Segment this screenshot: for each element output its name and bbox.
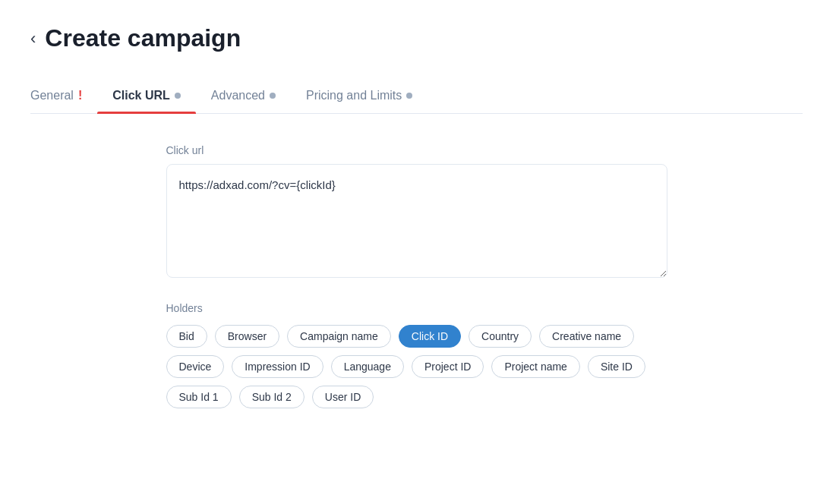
tab-click-url-label: Click URL xyxy=(112,89,170,102)
holder-campaign-name[interactable]: Campaign name xyxy=(287,325,391,348)
pricing-dot-icon xyxy=(406,93,412,99)
click-url-field-wrapper: Click url https://adxad.com/?cv={clickId… xyxy=(166,144,667,281)
holder-project-id[interactable]: Project ID xyxy=(412,355,484,378)
content-area: Click url https://adxad.com/?cv={clickId… xyxy=(166,144,667,408)
holder-country[interactable]: Country xyxy=(469,325,532,348)
holders-section: Holders Bid Browser Campaign name Click … xyxy=(166,302,667,408)
holder-sub-id-1[interactable]: Sub Id 1 xyxy=(166,386,232,408)
tab-pricing[interactable]: Pricing and Limits xyxy=(291,80,428,113)
tab-advanced[interactable]: Advanced xyxy=(196,80,291,113)
page-title: Create campaign xyxy=(45,24,241,52)
holder-language[interactable]: Language xyxy=(331,355,404,378)
click-url-textarea[interactable]: https://adxad.com/?cv={clickId} xyxy=(166,164,667,278)
holder-user-id[interactable]: User ID xyxy=(312,386,374,408)
holder-sub-id-2[interactable]: Sub Id 2 xyxy=(239,386,304,408)
holder-device[interactable]: Device xyxy=(166,355,225,378)
back-button[interactable]: ‹ xyxy=(30,29,36,49)
holders-row-2: Device Impression ID Language Project ID… xyxy=(166,355,667,378)
holders-row-3: Sub Id 1 Sub Id 2 User ID xyxy=(166,386,667,408)
page-header: ‹ Create campaign xyxy=(30,24,803,52)
holder-bid[interactable]: Bid xyxy=(166,325,207,348)
click-url-field-label: Click url xyxy=(166,144,667,156)
holder-site-id[interactable]: Site ID xyxy=(588,355,645,378)
holder-creative-name[interactable]: Creative name xyxy=(539,325,634,348)
tab-advanced-label: Advanced xyxy=(211,89,265,102)
tab-click-url[interactable]: Click URL xyxy=(97,80,196,113)
holder-project-name[interactable]: Project name xyxy=(491,355,579,378)
tabs-nav: General ! Click URL Advanced Pricing and… xyxy=(30,80,803,114)
holder-click-id[interactable]: Click ID xyxy=(399,325,461,348)
holder-impression-id[interactable]: Impression ID xyxy=(232,355,323,378)
tab-pricing-label: Pricing and Limits xyxy=(306,89,402,102)
holders-row-1: Bid Browser Campaign name Click ID Count… xyxy=(166,325,667,348)
tab-general-label: General xyxy=(30,89,74,102)
advanced-dot-icon xyxy=(270,93,276,99)
holder-browser[interactable]: Browser xyxy=(215,325,279,348)
click-url-dot-icon xyxy=(175,93,181,99)
holders-label: Holders xyxy=(166,302,667,314)
general-error-icon: ! xyxy=(78,89,82,102)
tab-general[interactable]: General ! xyxy=(30,80,97,113)
